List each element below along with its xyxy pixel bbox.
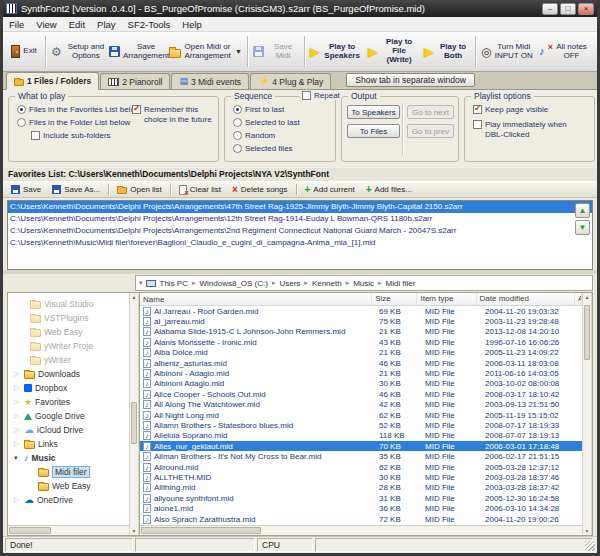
tree-item-links[interactable]: ▷Links [8, 437, 129, 451]
scrollbar-thumb[interactable] [584, 305, 590, 360]
file-row[interactable]: ♪Alleluia Soprano.mid 118 KB MID File 20… [140, 431, 582, 441]
play-to-speakers-button[interactable]: ▶ Play to Speakers [307, 34, 365, 69]
tree-item-ywriter-proje[interactable]: yWriter Proje [8, 339, 129, 353]
radio-files-favorites[interactable]: Files in the Favorites List below [17, 105, 141, 115]
to-speakers-button[interactable]: To Speakers [347, 105, 400, 119]
favorites-save-as-button[interactable]: Save As... [47, 183, 105, 197]
file-row[interactable]: ♪albeniz_asturias.mid 46 KB MID File 200… [140, 358, 582, 368]
move-up-button[interactable]: ▲ [575, 203, 590, 218]
file-row[interactable]: ♪alone1.mid 36 KB MID File 2006-03-10 14… [140, 503, 582, 513]
scroll-down-arrow-icon[interactable]: ▼ [585, 528, 590, 534]
file-row[interactable]: ♪ALLTHETH.MID 30 KB MID File 2003-03-28 … [140, 472, 582, 482]
title-bar[interactable]: SynthFont2 [Version .0.4.0] - BS_PurgeOf… [3, 0, 597, 17]
breadcrumb-this-pc[interactable]: This PC [160, 279, 188, 288]
menu-edit[interactable]: Edit [69, 19, 85, 30]
file-row[interactable]: ♪Alles_nur_geklaut.mid 70 KB MID File 20… [140, 441, 582, 451]
table-horizontal-scrollbar[interactable] [140, 525, 582, 535]
chevron-right-icon[interactable]: ▷ [14, 384, 21, 392]
breadcrumb-users[interactable]: Users [279, 279, 300, 288]
favorites-list-item[interactable]: C:\Users\Kenneth\Music\Midi filer\foreve… [8, 237, 592, 249]
radio-first-to-last[interactable]: First to last [233, 105, 284, 115]
save-midi-button[interactable]: Save Midi [250, 34, 302, 69]
tree-item-google-drive[interactable]: ▷Google Drive [8, 409, 129, 423]
all-notes-off-button[interactable]: ♪ All notes OFF [536, 34, 592, 69]
favorites-clear-list-button[interactable]: Clear list [174, 183, 226, 197]
play-to-both-button[interactable]: ▶ Play to Both [421, 34, 473, 69]
column-header-date-modified[interactable]: Date modified [477, 293, 575, 305]
open-midi-arrangement-button[interactable]: Open Midi or Arrangement [168, 34, 232, 69]
menu-sf2-tools[interactable]: SF2-Tools [128, 19, 171, 30]
file-row[interactable]: ♪All Night Long.mid 62 KB MID File 2005-… [140, 410, 582, 420]
exit-button[interactable]: Exit [5, 34, 43, 69]
file-row[interactable]: ♪Allthing.mid 28 KB MID File 2003-03-28 … [140, 483, 582, 493]
scrollbar-thumb[interactable] [131, 402, 137, 444]
tab-midi-events[interactable]: ▤ 3 Midi events [171, 73, 249, 89]
open-dropdown-button[interactable]: ▼ [232, 34, 245, 69]
file-row[interactable]: ♪Allman Brothers - It's Not My Cross to … [140, 451, 582, 461]
column-header-item-type[interactable]: Item type [417, 293, 476, 305]
breadcrumb-midi-filer[interactable]: Midi filer [386, 279, 416, 288]
chevron-right-icon[interactable]: ▷ [14, 440, 21, 448]
go-to-next-button[interactable]: Go to next [407, 105, 454, 119]
chevron-down-icon[interactable]: ▾ [139, 279, 143, 287]
favorites-save-button[interactable]: Save [6, 183, 46, 197]
checkbox-repeat[interactable]: Repeat [300, 91, 342, 100]
tree-horizontal-scrollbar[interactable] [8, 525, 129, 535]
file-row[interactable]: ♪Albinoni Adagio.mid 30 KB MID File 2003… [140, 379, 582, 389]
tree-item-vstplugins[interactable]: VSTPlugins [8, 311, 129, 325]
file-row[interactable]: ♪Al Jarreau - Roof Garden.mid 69 KB MID … [140, 306, 582, 316]
scroll-up-arrow-icon[interactable]: ▲ [585, 294, 590, 300]
radio-selected-to-last[interactable]: Selected to last [233, 118, 300, 128]
file-row[interactable]: ♪Alabama Slide-1915-C L Johnson-John Rem… [140, 327, 582, 337]
show-tab-separate-window-button[interactable]: Show tab in separate window [346, 73, 475, 87]
tab-files-folders[interactable]: 1 Files / Folders [6, 72, 99, 90]
menu-file[interactable]: File [9, 19, 24, 30]
go-to-prev-button[interactable]: Go to prev [407, 124, 454, 138]
checkbox-play-immediately[interactable]: Play immediately when DBL-Clicked [473, 120, 583, 140]
menu-help[interactable]: Help [182, 19, 202, 30]
setup-options-button[interactable]: ⚙ Setup and Options [48, 34, 110, 69]
file-row[interactable]: ♪Also Sprach Zarathustra.mid 72 KB MID F… [140, 514, 582, 524]
tab-plug-play[interactable]: ⚡ 4 Plug & Play [250, 73, 331, 89]
file-row[interactable]: ♪al_jarreau.mid 75 KB MID File 2003-11-2… [140, 316, 582, 326]
chevron-down-icon[interactable]: ▾ [14, 454, 21, 462]
tree-item-web-easy[interactable]: Web Easy [8, 325, 129, 339]
chevron-right-icon[interactable]: ▷ [14, 398, 21, 406]
file-row[interactable]: ♪Alba Dolce.mid 21 KB MID File 2005-11-2… [140, 348, 582, 358]
favorites-add-current-button[interactable]: + Add current [300, 183, 360, 197]
tree-item-dropbox[interactable]: ▷Dropbox [8, 381, 129, 395]
tree-item-onedrive[interactable]: ▷☁OneDrive [8, 493, 129, 507]
favorites-open-list-button[interactable]: Open list [112, 183, 167, 197]
column-header-arrangement[interactable]: Arrangement [575, 293, 582, 305]
favorites-list-item[interactable]: C:\Users\Kenneth\Documents\Delphi Projec… [8, 201, 592, 213]
chevron-right-icon[interactable]: ▷ [14, 496, 21, 504]
radio-files-folder[interactable]: Files in the Folder List below [17, 118, 130, 128]
move-down-button[interactable]: ▼ [575, 220, 590, 235]
checkbox-include-subfolders[interactable]: Include sub-folders [31, 131, 111, 141]
favorites-list-item[interactable]: C:\Users\Kenneth\Documents\Delphi Projec… [8, 213, 592, 225]
scroll-down-arrow-icon[interactable]: ▼ [132, 528, 137, 534]
chevron-right-icon[interactable]: ▷ [14, 370, 21, 378]
radio-selected-files[interactable]: Selected files [233, 144, 293, 154]
tree-item-music[interactable]: ▾♪Music [8, 451, 129, 465]
breadcrumb-kenneth[interactable]: Kenneth [312, 279, 342, 288]
chevron-right-icon[interactable]: ▷ [14, 426, 21, 434]
file-row[interactable]: ♪Albinoni - Adagio.mid 21 KB MID File 20… [140, 368, 582, 378]
menu-view[interactable]: View [36, 19, 56, 30]
file-row[interactable]: ♪Alanis Morissette - Ironic.mid 43 KB MI… [140, 337, 582, 347]
tree-item-ywriter[interactable]: yWriter [8, 353, 129, 367]
play-to-file-button[interactable]: ▶ Play to File (Write) [365, 34, 421, 69]
tree-item-web-easy-child[interactable]: Web Easy [8, 479, 129, 493]
tab-pianoroll[interactable]: 2 Pianoroll [100, 73, 170, 89]
table-vertical-scrollbar[interactable]: ▲ ▼ [582, 293, 592, 535]
breadcrumb-music[interactable]: Music [353, 279, 374, 288]
file-row[interactable]: ♪allyoune synthfont.mid 31 KB MID File 2… [140, 493, 582, 503]
chevron-right-icon[interactable]: ▷ [14, 412, 21, 420]
favorites-list-item[interactable]: C:\Users\Kenneth\Documents\Delphi Projec… [8, 225, 592, 237]
file-row[interactable]: ♪Alice Cooper - Schools Out.mid 46 KB MI… [140, 389, 582, 399]
close-button[interactable]: × [578, 3, 594, 15]
tree-vertical-scrollbar[interactable]: ▲ ▼ [129, 293, 139, 535]
breadcrumb-drive[interactable]: Windows8_OS (C:) [199, 279, 267, 288]
checkbox-remember-choice[interactable]: Remember this choice in the future [132, 105, 216, 125]
favorites-add-files-button[interactable]: + Add files... [361, 183, 417, 197]
